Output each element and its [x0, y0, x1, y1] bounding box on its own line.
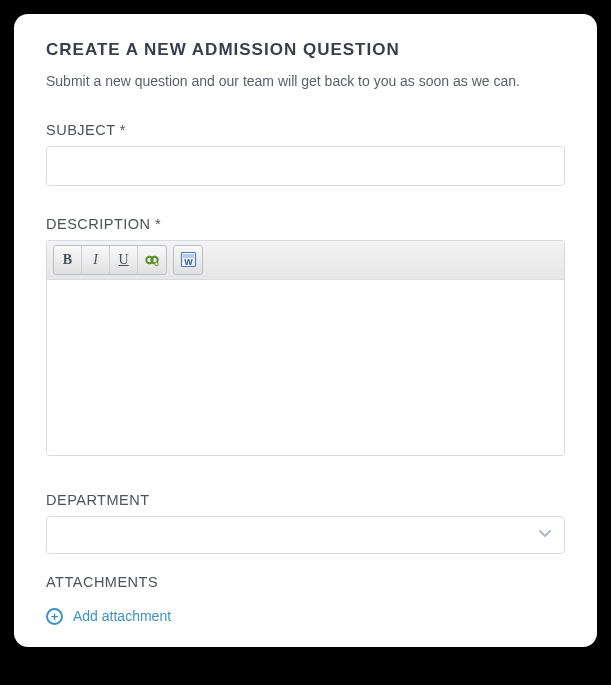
page-title: CREATE A NEW ADMISSION QUESTION — [46, 40, 565, 60]
attachments-label: ATTACHMENTS — [46, 574, 565, 590]
description-textarea[interactable] — [47, 280, 564, 455]
underline-icon[interactable]: U — [110, 246, 138, 274]
rich-text-editor: B I U — [46, 240, 565, 456]
department-select[interactable] — [46, 516, 565, 554]
plus-circle-icon: + — [46, 608, 63, 625]
add-attachment-label: Add attachment — [73, 608, 171, 624]
department-label: DEPARTMENT — [46, 492, 565, 508]
editor-toolbar: B I U — [47, 241, 564, 280]
subject-input[interactable] — [46, 146, 565, 186]
subject-label: SUBJECT * — [46, 122, 565, 138]
link-icon[interactable] — [138, 246, 166, 274]
add-attachment-button[interactable]: + Add attachment — [46, 608, 171, 625]
svg-text:W: W — [184, 257, 193, 267]
description-label: DESCRIPTION * — [46, 216, 565, 232]
intro-text: Submit a new question and our team will … — [46, 72, 565, 92]
paste-word-icon[interactable]: W — [174, 246, 202, 274]
bold-icon[interactable]: B — [54, 246, 82, 274]
italic-icon[interactable]: I — [82, 246, 110, 274]
